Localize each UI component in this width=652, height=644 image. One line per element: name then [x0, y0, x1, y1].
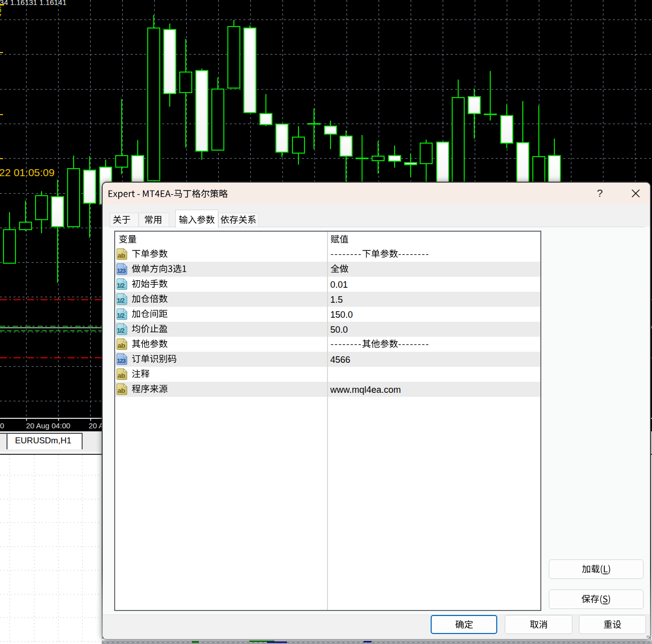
svg-text:1/2: 1/2 [117, 327, 124, 334]
svg-text:1/2: 1/2 [117, 297, 124, 304]
svg-text:1/2: 1/2 [117, 282, 124, 289]
svg-text:123: 123 [117, 357, 126, 363]
svg-text:ab: ab [118, 252, 125, 259]
svg-text:123: 123 [117, 267, 126, 273]
svg-text:ab: ab [118, 342, 125, 349]
svg-text:ab: ab [118, 387, 125, 394]
svg-text:1/2: 1/2 [117, 312, 124, 319]
svg-text:ab: ab [118, 372, 125, 379]
